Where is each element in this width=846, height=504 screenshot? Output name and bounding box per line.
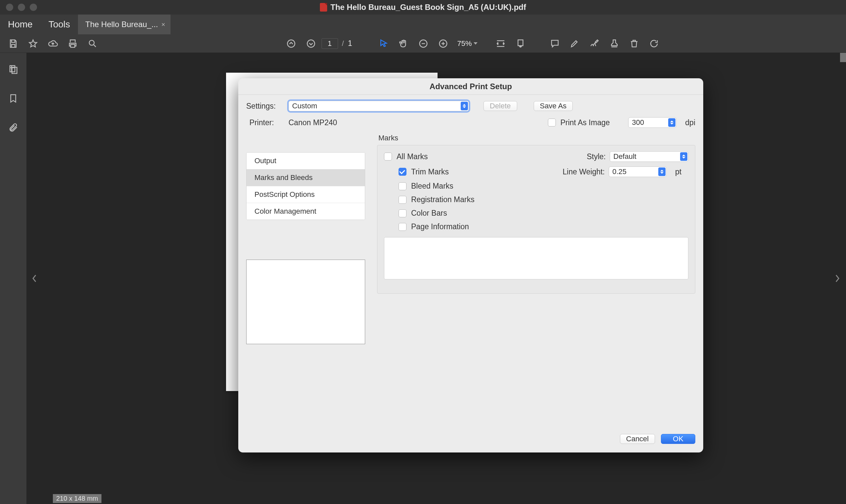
advanced-print-setup-dialog: Advanced Print Setup Settings: Custom De… <box>238 78 703 452</box>
style-select[interactable]: Default <box>610 151 688 162</box>
delete-icon[interactable] <box>625 37 644 50</box>
window-title-text: The Hello Bureau_Guest Book Sign_A5 (AU:… <box>331 3 526 12</box>
tab-close-button[interactable]: × <box>161 21 165 29</box>
traffic-lights <box>0 4 37 11</box>
selection-tool-icon[interactable] <box>374 37 393 50</box>
zoom-out-icon[interactable] <box>414 37 433 50</box>
svg-point-0 <box>89 40 94 45</box>
page-total: 1 <box>348 39 352 48</box>
all-marks-label: All Marks <box>396 152 428 161</box>
all-marks-checkbox[interactable] <box>384 152 392 161</box>
stamp-icon[interactable] <box>605 37 623 50</box>
print-as-image-checkbox[interactable] <box>548 119 556 126</box>
svg-point-1 <box>287 40 295 47</box>
marks-description-box <box>384 237 688 280</box>
select-stepper-icon <box>680 152 687 161</box>
bleed-marks-checkbox[interactable] <box>399 182 406 190</box>
page-information-checkbox[interactable] <box>399 223 406 231</box>
page-number-input[interactable] <box>321 38 338 49</box>
select-stepper-icon <box>658 167 666 176</box>
marks-panel: All Marks Style: Default Trim Marks <box>377 145 695 294</box>
tab-document-label: The Hello Bureau_... <box>85 20 158 29</box>
dialog-footer: Cancel OK <box>238 427 703 452</box>
scrollbar[interactable] <box>840 53 846 62</box>
save-icon[interactable] <box>4 37 22 50</box>
page-information-label: Page Information <box>411 222 469 231</box>
printer-value: Canon MP240 <box>288 118 337 127</box>
page-down-icon[interactable] <box>302 37 320 50</box>
dialog-title: Advanced Print Setup <box>238 78 703 95</box>
tab-home[interactable]: Home <box>0 15 41 34</box>
registration-marks-checkbox[interactable] <box>399 196 406 204</box>
line-weight-select[interactable]: 0.25 <box>609 166 667 177</box>
dpi-unit: dpi <box>685 118 695 127</box>
svg-rect-5 <box>518 40 523 46</box>
toolbar: / 1 75% <box>0 34 846 53</box>
status-bar: 210 x 148 mm <box>53 494 102 504</box>
star-icon[interactable] <box>24 37 42 50</box>
settings-value: Custom <box>292 102 317 110</box>
delete-button: Delete <box>483 101 517 111</box>
tab-document[interactable]: The Hello Bureau_... × <box>78 15 171 34</box>
thumbnails-icon[interactable] <box>5 61 21 77</box>
search-icon[interactable] <box>83 37 102 50</box>
category-output[interactable]: Output <box>247 152 365 169</box>
highlight-icon[interactable] <box>565 37 584 50</box>
save-as-button[interactable]: Save As <box>534 101 573 111</box>
marks-heading: Marks <box>377 134 695 142</box>
titlebar: The Hello Bureau_Guest Book Sign_A5 (AU:… <box>0 0 846 15</box>
close-window-button[interactable] <box>6 4 13 11</box>
sign-icon[interactable] <box>585 37 604 50</box>
cancel-button[interactable]: Cancel <box>620 434 655 444</box>
tabs-bar: Home Tools The Hello Bureau_... × <box>0 15 846 34</box>
comment-icon[interactable] <box>546 37 564 50</box>
ok-button[interactable]: OK <box>661 434 695 444</box>
svg-point-2 <box>307 40 315 47</box>
settings-select[interactable]: Custom <box>288 101 469 111</box>
category-postscript[interactable]: PostScript Options <box>247 186 365 203</box>
print-preview-box <box>246 259 365 344</box>
window-title: The Hello Bureau_Guest Book Sign_A5 (AU:… <box>320 3 526 12</box>
cloud-upload-icon[interactable] <box>43 37 62 50</box>
fit-width-icon[interactable] <box>491 37 510 50</box>
printer-label: Printer: <box>246 118 274 127</box>
registration-marks-label: Registration Marks <box>411 195 475 204</box>
select-stepper-icon <box>461 102 468 110</box>
color-bars-label: Color Bars <box>411 209 447 218</box>
print-icon[interactable] <box>64 37 82 50</box>
bookmark-icon[interactable] <box>5 90 21 106</box>
trim-marks-label: Trim Marks <box>411 167 449 176</box>
color-bars-checkbox[interactable] <box>399 210 406 217</box>
zoom-select[interactable]: 75% <box>454 38 481 49</box>
line-weight-value: 0.25 <box>612 167 627 176</box>
category-color-management[interactable]: Color Management <box>247 203 365 220</box>
pdf-icon <box>320 3 327 12</box>
print-as-image-label: Print As Image <box>561 118 610 127</box>
line-weight-unit: pt <box>675 167 688 176</box>
line-weight-label: Line Weight: <box>562 167 605 176</box>
zoom-in-icon[interactable] <box>434 37 453 50</box>
page-dimensions: 210 x 148 mm <box>53 494 102 503</box>
settings-label: Settings: <box>246 102 274 111</box>
category-list: Output Marks and Bleeds PostScript Optio… <box>246 152 365 220</box>
attachment-icon[interactable] <box>5 120 21 136</box>
prev-page-nav[interactable] <box>28 269 41 288</box>
chevron-down-icon <box>474 42 477 44</box>
trim-marks-checkbox[interactable] <box>399 168 406 176</box>
minimize-window-button[interactable] <box>18 4 25 11</box>
page-separator: / <box>339 39 347 48</box>
style-value: Default <box>613 152 636 161</box>
page-up-icon[interactable] <box>282 37 300 50</box>
category-marks-bleeds[interactable]: Marks and Bleeds <box>247 169 365 186</box>
style-label: Style: <box>563 152 606 161</box>
maximize-window-button[interactable] <box>30 4 37 11</box>
rotate-icon[interactable] <box>645 37 663 50</box>
hand-tool-icon[interactable] <box>394 37 413 50</box>
next-page-nav[interactable] <box>831 269 844 288</box>
zoom-value: 75% <box>457 39 472 48</box>
tab-tools[interactable]: Tools <box>41 15 78 34</box>
dpi-value: 300 <box>632 118 644 127</box>
dpi-select[interactable]: 300 <box>628 117 676 128</box>
sidebar <box>0 53 27 504</box>
fit-page-icon[interactable] <box>511 37 530 50</box>
